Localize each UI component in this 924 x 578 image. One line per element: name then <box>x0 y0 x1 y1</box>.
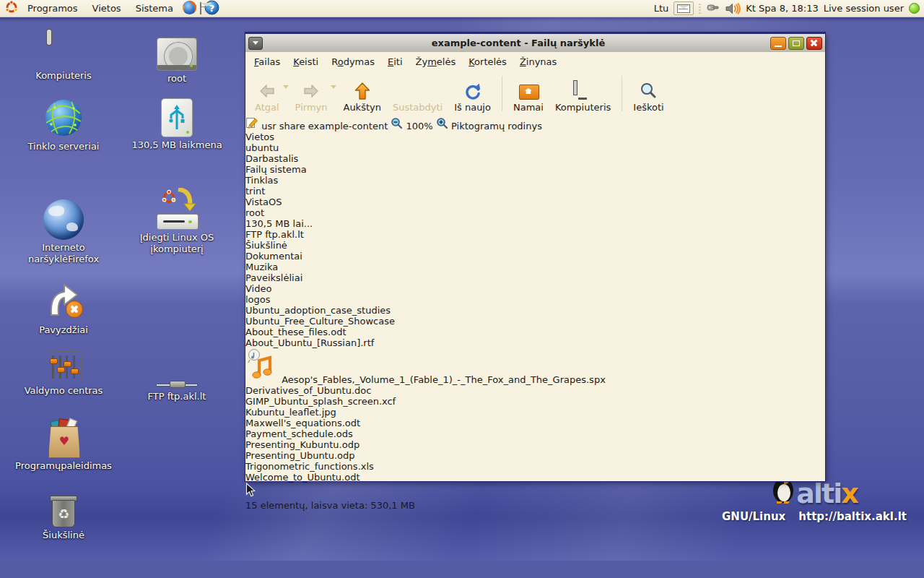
crumb-example-content[interactable]: example-content <box>308 121 388 131</box>
window-menu-button[interactable] <box>248 37 263 50</box>
menu-eiti[interactable]: Eiti <box>382 54 409 69</box>
applet-handle <box>699 4 701 14</box>
sidebar-item-root[interactable]: root <box>245 207 825 218</box>
desktop-icon-tinklo-serveriai[interactable]: Tinklo serveriai <box>13 97 114 152</box>
sidebar-item-ftp[interactable]: FTP ftp.akl.lt <box>245 229 825 240</box>
sidebar-item-muzika[interactable]: Muzika <box>245 262 825 272</box>
menu-zinynas[interactable]: Žinynas <box>514 54 562 69</box>
edit-location-button[interactable] <box>245 121 261 131</box>
sidebar-item-ubuntu[interactable]: ubuntu <box>245 142 825 153</box>
file-item-about-these-files[interactable]: About_these_files.odt <box>245 327 825 337</box>
file-manager-window: example-content - Failų naršyklė Failas … <box>245 33 825 481</box>
desktop-icon-programu-paleidimas[interactable]: Programųpaleidimas <box>13 419 114 472</box>
desktop-icon-valdymo-centras[interactable]: Valdymo centras <box>13 351 114 397</box>
desktop-icon-ftp[interactable]: FTP ftp.akl.lt <box>123 348 231 402</box>
mixer-sliders-icon <box>45 351 82 383</box>
menu-keisti[interactable]: Keisti <box>287 54 324 69</box>
sidebar-item-trint[interactable]: trint <box>245 186 825 197</box>
menu-rodymas[interactable]: Rodymas <box>326 54 380 69</box>
sidebar-item-siuksline[interactable]: Šiukšlinė <box>245 240 825 251</box>
home-button[interactable]: Namai <box>508 73 549 114</box>
mail-launcher-icon[interactable] <box>200 3 201 14</box>
file-item-ubuntu-free-culture[interactable]: Ubuntu_Free_Culture_Showcase <box>245 316 825 327</box>
window-titlebar[interactable]: example-content - Failų naršyklė <box>245 33 825 52</box>
sidebar-item-vistaos[interactable]: VistaOS <box>245 197 825 207</box>
mouse-cursor <box>245 483 825 500</box>
close-button[interactable] <box>806 37 822 50</box>
keyboard-layout-indicator[interactable]: Ltu <box>654 3 669 14</box>
menu-zymeles[interactable]: Žymelės <box>410 54 462 69</box>
sidebar-title[interactable]: Vietos <box>245 131 274 142</box>
volume-icon[interactable] <box>725 2 741 15</box>
top-panel: Programos Vietos Sistema ? Ltu Kt Spa 8,… <box>0 0 924 17</box>
sidebar-header: Vietos <box>245 131 825 142</box>
file-item-about-ubuntu-russian[interactable]: About_Ubuntu_[Russian].rtf <box>245 337 825 348</box>
desktop-icon-firefox[interactable]: Interneto naršyklėFirefox <box>13 199 114 265</box>
window-statusbar: 15 elementų, laisva vieta: 530,1 MB <box>245 500 825 511</box>
zoom-out-icon[interactable] <box>391 121 403 131</box>
file-item-gimp-splash[interactable]: GIMP_Ubuntu_splash_screen.xcf <box>245 396 825 407</box>
distro-logo-icon[interactable] <box>4 0 19 17</box>
baltix-tagline: GNU/Linux http://baltix.akl.lt <box>720 510 908 523</box>
menu-sistema[interactable]: Sistema <box>130 1 179 15</box>
file-item-welcome[interactable]: Welcome_to_Ubuntu.odt <box>245 472 825 483</box>
mail-notification-icon[interactable] <box>674 1 694 15</box>
file-item-presenting-ubuntu[interactable]: Presenting_Ubuntu.odp <box>245 450 825 461</box>
forward-button[interactable]: Pirmyn <box>290 73 333 114</box>
reload-button[interactable]: Iš naujo <box>449 73 496 114</box>
network-tool-icon[interactable] <box>706 1 720 15</box>
file-item-payment-schedule[interactable]: Payment_schedule.ods <box>245 428 825 439</box>
desktop-icon-root[interactable]: root <box>123 38 231 85</box>
search-icon <box>639 81 658 101</box>
user-status-icon <box>909 3 920 14</box>
up-button[interactable]: Aukštyn <box>338 73 385 114</box>
back-button[interactable]: Atgal <box>250 73 284 114</box>
file-item-maxwells-equations[interactable]: Maxwell's_equations.odt <box>245 418 825 428</box>
installer-drive-icon <box>154 191 200 230</box>
file-item-presenting-kubuntu[interactable]: Presenting_Kubuntu.odp <box>245 439 825 450</box>
search-button[interactable]: Ieškoti <box>628 73 668 114</box>
menu-programos[interactable]: Programos <box>22 1 84 15</box>
menu-failas[interactable]: Failas <box>248 54 286 69</box>
sidebar-item-video[interactable]: Video <box>245 283 825 294</box>
desktop-icon-install-linux[interactable]: Įdiegti Linux OS įkompiuterį <box>119 191 235 255</box>
crumb-usr[interactable]: usr <box>261 121 276 131</box>
desktop-icon-kompiuteris[interactable]: Kompiuteris <box>13 32 114 82</box>
sidebar-item-usb-media[interactable]: 130,5 MB lai... <box>245 218 825 229</box>
window-title: example-content - Failų naršyklė <box>266 38 767 48</box>
crumb-share[interactable]: share <box>279 121 305 131</box>
forward-history-chevron[interactable] <box>331 85 336 92</box>
desktop[interactable]: Kompiuteris root Tinklo serveriai 130,5 … <box>0 17 924 561</box>
desktop-icon-pavyzdziai[interactable]: Pavyzdžiai <box>13 280 114 336</box>
firefox-launcher-icon[interactable] <box>182 0 197 17</box>
desktop-icon-usb-media[interactable]: 130,5 MB laikmena <box>119 98 235 151</box>
file-item-ubuntu-adoption[interactable]: Ubuntu_adoption_case_studies <box>245 305 825 316</box>
menu-korteles[interactable]: Kortelės <box>463 54 513 69</box>
stop-button[interactable]: Sustabdyti <box>388 73 448 114</box>
goodie-bag-icon <box>44 419 83 458</box>
clock[interactable]: Kt Spa 8, 18:13 <box>746 3 818 14</box>
sidebar-item-dokumentai[interactable]: Dokumentai <box>245 251 825 262</box>
desktop-icon-siuksline[interactable]: Šiukšlinė <box>13 494 114 541</box>
sidebar-item-paveiksleliai[interactable]: Paveikslėliai <box>245 272 825 283</box>
sidebar-item-darbastalis[interactable]: Darbastalis <box>245 153 825 164</box>
file-item-kubuntu-leaflet[interactable]: Kubuntu_leaflet.jpg <box>245 407 825 418</box>
file-view[interactable]: logos Ubuntu_adoption_case_studies Ubunt… <box>245 294 825 500</box>
back-history-chevron[interactable] <box>283 85 289 92</box>
symlink-arrow-icon <box>43 280 84 322</box>
file-item-aesops-fables[interactable]: Aesop's_Fables,_Volume_1_(Fable_1)_-_The… <box>245 348 825 385</box>
menu-vietos[interactable]: Vietos <box>87 1 127 15</box>
window-menubar: Failas Keisti Rodymas Eiti Žymelės Korte… <box>245 52 825 72</box>
sidebar-item-failu-sistema[interactable]: Failų sistema <box>245 164 825 175</box>
file-item-trigonometric[interactable]: Trigonometric_functions.xls <box>245 461 825 472</box>
minimize-button[interactable] <box>770 37 786 50</box>
file-item-logos[interactable]: logos <box>245 294 825 305</box>
system-tray: Ltu Kt Spa 8, 18:13 Live session user <box>654 1 920 15</box>
file-item-derivatives[interactable]: Derivatives_of_Ubuntu.doc <box>245 385 825 396</box>
user-switcher[interactable]: Live session user <box>824 3 904 14</box>
computer-button[interactable]: Kompiuteris <box>550 73 616 114</box>
maximize-button[interactable] <box>788 37 804 50</box>
sidebar-item-tinklas[interactable]: Tinklas <box>245 175 825 186</box>
zoom-in-icon[interactable] <box>436 121 448 131</box>
view-mode-select[interactable]: Piktogramų rodinys <box>451 121 542 131</box>
